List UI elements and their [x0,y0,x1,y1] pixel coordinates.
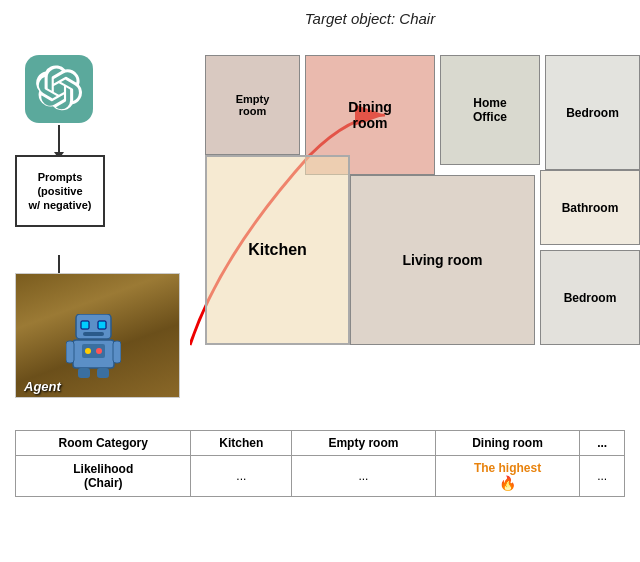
svg-rect-13 [97,368,109,378]
highest-label: The highest [474,461,541,475]
fire-emoji: 🔥 [499,475,516,491]
prompts-box: Prompts (positive w/ negative) [15,155,105,227]
robot-icon [66,314,121,379]
page-container: Target object: Chair Prompts (positive w… [0,0,640,562]
room-living: Living room [350,175,535,345]
col-header-empty: Empty room [292,431,436,456]
svg-point-8 [85,348,91,354]
room-home-office: Home Office [440,55,540,165]
room-grid: Empty room Dining room Home Office Bedro… [190,55,640,405]
col-header-kitchen: Kitchen [191,431,292,456]
col-header-category: Room Category [16,431,191,456]
cell-empty: ... [292,456,436,497]
svg-rect-3 [81,321,89,329]
agent-area: Agent [15,273,180,398]
room-bedroom2: Bedroom [540,250,640,345]
cell-ellipsis: ... [580,456,625,497]
row-label-likelihood: Likelihood(Chair) [16,456,191,497]
svg-rect-5 [83,332,104,336]
room-bathroom: Bathroom [540,170,640,245]
agent-label: Agent [24,379,61,394]
svg-rect-12 [78,368,90,378]
table-row-likelihood: Likelihood(Chair) ... ... The highest 🔥 … [16,456,625,497]
page-title: Target object: Chair [115,10,625,27]
svg-rect-11 [113,341,121,363]
arrow-logo-to-prompts [58,125,60,153]
room-bedroom1: Bedroom [545,55,640,170]
room-kitchen: Kitchen [205,155,350,345]
cell-kitchen: ... [191,456,292,497]
svg-rect-10 [66,341,74,363]
col-header-dining: Dining room [435,431,580,456]
openai-logo [25,55,93,123]
likelihood-table: Room Category Kitchen Empty room Dining … [15,430,625,497]
svg-point-9 [96,348,102,354]
diagram-area: Prompts (positive w/ negative) [15,35,625,425]
room-empty: Empty room [205,55,300,155]
svg-rect-4 [98,321,106,329]
col-header-ellipsis: ... [580,431,625,456]
cell-dining: The highest 🔥 [435,456,580,497]
openai-icon [35,65,83,113]
